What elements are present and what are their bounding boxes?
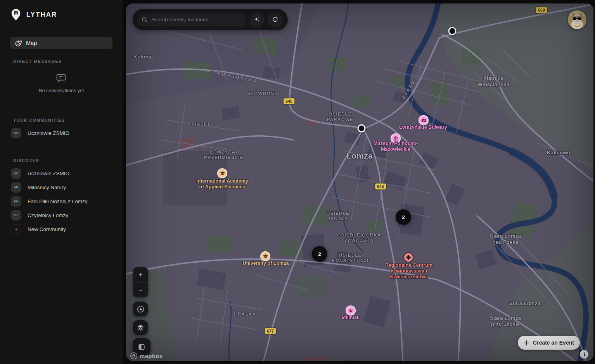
refresh-icon <box>272 16 279 23</box>
zoom-in-button[interactable]: + <box>133 267 148 282</box>
layers-button[interactable] <box>133 320 148 335</box>
dm-empty-state: No conversations yet <box>0 73 123 93</box>
sidebar-toggle-button[interactable] <box>133 338 150 356</box>
user-avatar[interactable] <box>568 10 586 29</box>
event-marker[interactable] <box>448 27 457 35</box>
community-name: Uczniowie ZSMIO <box>28 130 69 136</box>
plus-icon: + <box>11 224 21 235</box>
search-input[interactable] <box>151 17 241 22</box>
new-community-label: New Community <box>28 226 66 232</box>
plus-icon <box>524 340 529 346</box>
refresh-button[interactable] <box>268 12 282 27</box>
community-avatar: CZ <box>11 210 21 221</box>
community-name: Fani Piłki Nożnej z Łomży <box>28 198 88 204</box>
search-icon <box>142 17 148 23</box>
your-communities-header: YOUR COMMUNITIES <box>13 118 65 122</box>
map-panel: -Kolonia NOWOGRODZKA SKOWRONKI OSIEDLE P… <box>126 3 593 361</box>
chat-bubble-icon <box>56 73 67 83</box>
dm-section-header: DIRECT MESSAGES <box>13 59 62 64</box>
ai-sparkles-button[interactable] <box>249 12 264 27</box>
zoom-out-button[interactable]: − <box>133 283 148 297</box>
discover-item-czytelnicy[interactable]: CZ Czytelnicy Łomży <box>11 210 119 221</box>
sidebar-item-map-label: Map <box>26 40 37 46</box>
panel-toggle-icon <box>137 343 146 351</box>
info-icon <box>582 352 587 357</box>
attribution-info-button[interactable] <box>580 350 588 359</box>
community-avatar: FA <box>11 196 21 207</box>
community-avatar: UC <box>11 128 21 138</box>
sparkles-icon <box>253 16 261 23</box>
discover-item-fani-pilki[interactable]: FA Fani Piłki Nożnej z Łomży <box>11 196 119 207</box>
event-cluster[interactable]: 2 <box>396 209 411 225</box>
dm-empty-text: No conversations yet <box>0 88 123 93</box>
search-input-wrap[interactable] <box>137 13 246 26</box>
app-title: LYTHAR <box>26 11 57 19</box>
new-community-button[interactable]: + New Community <box>11 224 119 235</box>
sidebar: LYTHAR Map DIRECT MESSAGES No conversati… <box>0 0 123 364</box>
community-name: Czytelnicy Łomży <box>28 212 68 218</box>
sidebar-item-map[interactable]: Map <box>10 37 112 49</box>
app-logo-row: LYTHAR <box>10 9 57 21</box>
create-event-label: Create an Event <box>533 340 574 346</box>
map-globe-pin-icon <box>15 40 22 47</box>
community-name: Miłośnicy Natury <box>28 185 66 190</box>
zoom-controls: + − <box>133 267 148 297</box>
discover-header: DISCOVER <box>13 158 40 163</box>
discover-item-uczniowie-zsmio[interactable]: UC Uczniowie ZSMIO <box>11 168 119 179</box>
map-canvas[interactable] <box>126 3 593 361</box>
locate-me-button[interactable] <box>133 302 148 316</box>
community-avatar: MI <box>11 182 21 193</box>
event-cluster[interactable]: 2 <box>312 246 327 262</box>
create-event-button[interactable]: Create an Event <box>518 336 580 350</box>
community-name: Uczniowie ZSMIO <box>28 171 69 176</box>
search-bar <box>133 9 288 30</box>
discover-item-milosnicy-natury[interactable]: MI Miłośnicy Natury <box>11 182 119 193</box>
event-marker[interactable] <box>358 124 366 133</box>
locate-arrow-icon <box>137 305 145 313</box>
community-avatar: UC <box>11 168 21 179</box>
wolf-pin-logo-icon <box>10 9 22 21</box>
layers-icon <box>137 324 144 331</box>
community-item-uczniowie-zsmio[interactable]: UC Uczniowie ZSMIO <box>11 128 119 138</box>
cat-avatar-image <box>568 10 586 29</box>
